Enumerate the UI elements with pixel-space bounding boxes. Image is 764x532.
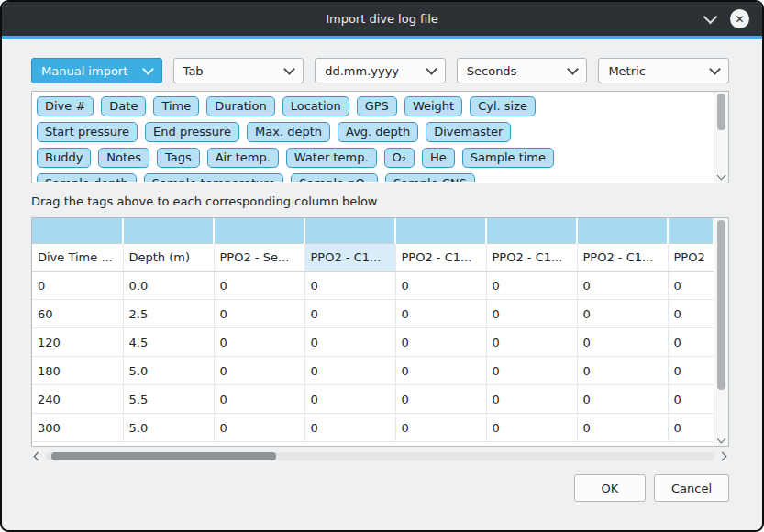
tag-sample-temperature[interactable]: Sample temperature xyxy=(144,173,284,182)
preview-table-container: Dive Time ...Depth (m)PPO2 - Se...PPO2 -… xyxy=(31,217,729,447)
tag-start-pressure[interactable]: Start pressure xyxy=(37,122,138,142)
tag-sample-depth[interactable]: Sample depth xyxy=(37,173,137,182)
table-horizontal-scrollbar[interactable] xyxy=(31,449,729,463)
tag-air-temp-[interactable]: Air temp. xyxy=(207,148,279,168)
chevron-down-icon[interactable] xyxy=(703,9,718,24)
table-cell: 0 xyxy=(304,328,395,357)
tag-tags[interactable]: Tags xyxy=(157,148,200,168)
ok-button[interactable]: OK xyxy=(574,474,646,502)
table-row: 00.0000000 xyxy=(32,272,714,300)
column-drop-target[interactable] xyxy=(668,218,714,244)
date-format-value: dd.mm.yyyy xyxy=(325,64,399,78)
tag-pool: Dive #DateTimeDurationLocationGPSWeightC… xyxy=(31,91,729,183)
table-cell: 240 xyxy=(32,385,123,414)
dialog-buttons: OK Cancel xyxy=(31,474,729,502)
tag-notes[interactable]: Notes xyxy=(98,148,149,168)
table-cell: 0 xyxy=(577,385,668,414)
table-cell: 0 xyxy=(486,300,577,328)
separator-select[interactable]: Tab xyxy=(173,58,304,83)
column-drop-target[interactable] xyxy=(304,218,395,244)
duration-format-value: Seconds xyxy=(467,64,517,78)
column-drop-target[interactable] xyxy=(486,218,577,244)
scrollbar-thumb[interactable] xyxy=(51,452,276,460)
scrollbar-thumb[interactable] xyxy=(717,220,725,390)
import-dialog-window: Import dive log file ✕ Manual import Tab… xyxy=(0,0,764,532)
scrollbar-left-arrow-icon[interactable] xyxy=(34,452,43,461)
table-cell: 5.0 xyxy=(123,414,214,442)
scrollbar-right-arrow-icon[interactable] xyxy=(718,452,727,461)
tag-sample-time[interactable]: Sample time xyxy=(462,148,554,168)
import-options-row: Manual import Tab dd.mm.yyyy Seconds Met… xyxy=(31,58,729,83)
tag-time[interactable]: Time xyxy=(153,96,199,116)
cancel-button[interactable]: Cancel xyxy=(654,474,729,502)
tag-max-depth[interactable]: Max. depth xyxy=(247,122,330,142)
table-cell: 0 xyxy=(395,300,486,328)
tag-gps[interactable]: GPS xyxy=(357,96,397,116)
table-cell: 0 xyxy=(214,300,304,328)
chevron-down-icon xyxy=(426,63,437,75)
table-cell: 4.5 xyxy=(123,328,214,357)
table-row: 3005.0000000 xyxy=(32,414,714,442)
table-cell: 0 xyxy=(304,300,395,328)
tag-sample-cns[interactable]: Sample CNS xyxy=(385,173,475,182)
tag-location[interactable]: Location xyxy=(282,96,349,116)
scrollbar-down-arrow-icon[interactable] xyxy=(717,435,726,444)
tag-water-temp-[interactable]: Water temp. xyxy=(286,148,377,168)
column-drop-target[interactable] xyxy=(395,218,486,244)
column-header-row: Dive Time ...Depth (m)PPO2 - Se...PPO2 -… xyxy=(32,244,714,272)
tag-date[interactable]: Date xyxy=(101,96,146,116)
table-vertical-scrollbar[interactable] xyxy=(714,218,728,446)
tag-avg-depth[interactable]: Avg. depth xyxy=(338,122,418,142)
tag-buddy[interactable]: Buddy xyxy=(37,148,91,168)
column-drop-target[interactable] xyxy=(214,218,304,244)
tag-pool-scrollbar[interactable] xyxy=(714,92,728,183)
table-cell: 0 xyxy=(395,357,486,385)
table-cell: 0 xyxy=(304,385,395,414)
tag-o-[interactable]: O₂ xyxy=(384,148,415,168)
table-cell: 0.0 xyxy=(123,272,214,300)
units-select[interactable]: Metric xyxy=(598,58,729,83)
scrollbar-thumb[interactable] xyxy=(717,94,725,130)
dialog-content: Manual import Tab dd.mm.yyyy Seconds Met… xyxy=(2,39,762,530)
table-cell: 0 xyxy=(214,414,304,442)
column-drop-target[interactable] xyxy=(32,218,123,244)
tag-cyl-size[interactable]: Cyl. size xyxy=(470,96,536,116)
table-cell: 0 xyxy=(32,272,123,300)
preview-table-wrap: Dive Time ...Depth (m)PPO2 - Se...PPO2 -… xyxy=(32,218,714,446)
column-header: PPO2 xyxy=(668,244,714,272)
table-cell: 0 xyxy=(577,357,668,385)
tag-weight[interactable]: Weight xyxy=(404,96,462,116)
date-format-select[interactable]: dd.mm.yyyy xyxy=(315,58,446,83)
scrollbar-down-arrow-icon[interactable] xyxy=(717,172,726,181)
tag-sample-po-[interactable]: Sample pO₂ xyxy=(291,173,378,182)
table-row: 1805.0000000 xyxy=(32,357,714,385)
tag-he[interactable]: He xyxy=(422,148,455,168)
table-cell: 0 xyxy=(214,272,304,300)
tag-end-pressure[interactable]: End pressure xyxy=(145,122,239,142)
table-cell: 5.0 xyxy=(123,357,214,385)
table-cell: 120 xyxy=(32,328,123,357)
column-drop-target[interactable] xyxy=(577,218,668,244)
column-header: PPO2 - C1... xyxy=(486,244,577,272)
table-cell: 0 xyxy=(668,328,714,357)
column-drop-target[interactable] xyxy=(123,218,214,244)
separator-value: Tab xyxy=(183,64,204,78)
table-cell: 0 xyxy=(304,414,395,442)
close-icon[interactable]: ✕ xyxy=(730,9,749,28)
tag-list: Dive #DateTimeDurationLocationGPSWeightC… xyxy=(37,96,710,182)
column-header: PPO2 - C1... xyxy=(395,244,486,272)
table-cell: 0 xyxy=(668,385,714,414)
import-mode-select[interactable]: Manual import xyxy=(31,58,162,83)
tag-row: Start pressureEnd pressureMax. depthAvg.… xyxy=(37,122,710,142)
table-cell: 0 xyxy=(214,328,304,357)
table-cell: 0 xyxy=(395,385,486,414)
tag-dive-[interactable]: Dive # xyxy=(37,96,94,116)
tag-divemaster[interactable]: Divemaster xyxy=(426,122,511,142)
table-cell: 0 xyxy=(214,357,304,385)
table-cell: 0 xyxy=(304,357,395,385)
tag-duration[interactable]: Duration xyxy=(206,96,274,116)
table-cell: 0 xyxy=(577,300,668,328)
table-cell: 2.5 xyxy=(123,300,214,328)
duration-format-select[interactable]: Seconds xyxy=(457,58,588,83)
tag-row: Sample depthSample temperatureSample pO₂… xyxy=(37,173,710,182)
